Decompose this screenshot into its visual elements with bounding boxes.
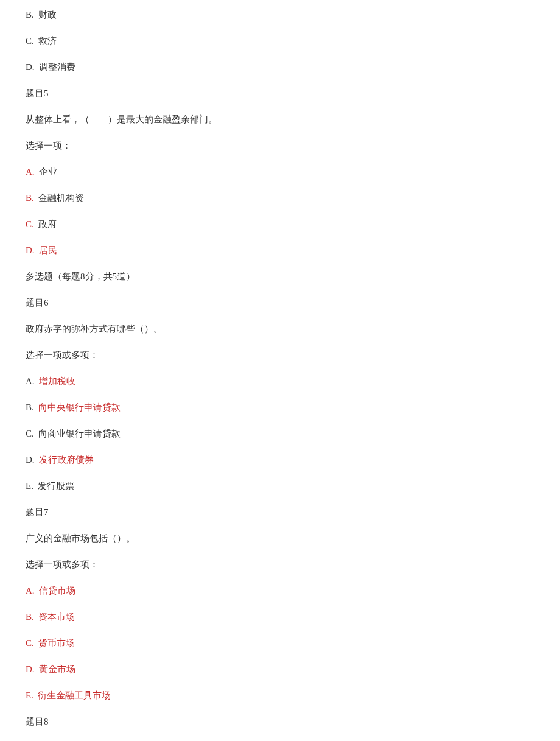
option-line: B. 金融机构资 (26, 192, 534, 205)
option-letter: D. (26, 62, 35, 72)
option-letter: B. (26, 10, 34, 19)
option-line: C. 向商业银行申请贷款 (26, 427, 534, 440)
option-text: 资本市场 (38, 612, 75, 622)
option-letter: A. (26, 167, 35, 177)
option-letter: C. (26, 429, 34, 438)
option-text: 金融机构资 (38, 193, 84, 203)
question-prompt: 选择一项： (26, 139, 534, 152)
question-prompt: 选择一项或多项： (26, 558, 534, 571)
option-letter: E. (26, 690, 33, 700)
option-letter: C. (26, 638, 34, 648)
option-line: D. 居民 (26, 244, 534, 257)
option-letter: A. (26, 376, 35, 386)
option-text: 发行股票 (38, 481, 74, 491)
option-line: C. 政府 (26, 218, 534, 231)
section-header: 多选题（每题8分，共5道） (26, 270, 534, 283)
option-line: A. 企业 (26, 166, 534, 178)
question-stem: 从整体上看，（ ）是最大的金融盈余部门。 (26, 113, 534, 126)
option-line: B. 向中央银行申请贷款 (26, 401, 534, 414)
option-line: D. 黄金市场 (26, 663, 534, 676)
option-text: 发行政府债券 (39, 455, 94, 465)
option-line: B. 财政 (26, 9, 534, 21)
question-prompt: 选择一项或多项： (26, 349, 534, 362)
option-text: 政府 (38, 219, 57, 229)
option-letter: E. (26, 481, 33, 491)
option-letter: D. (26, 455, 35, 465)
option-letter: D. (26, 664, 35, 674)
option-text: 衍生金融工具市场 (38, 690, 111, 700)
option-text: 增加税收 (39, 376, 75, 386)
option-text: 向商业银行申请贷款 (38, 429, 121, 438)
option-letter: B. (26, 193, 34, 203)
option-text: 财政 (38, 10, 57, 19)
option-letter: C. (26, 36, 34, 46)
option-text: 调整消费 (39, 62, 75, 72)
option-letter: A. (26, 586, 35, 595)
option-letter: B. (26, 612, 34, 622)
option-line: D. 发行政府债券 (26, 454, 534, 466)
option-letter: B. (26, 402, 34, 412)
option-line: B. 资本市场 (26, 611, 534, 623)
option-text: 居民 (39, 245, 57, 255)
question-title: 题目7 (26, 506, 534, 519)
option-letter: D. (26, 245, 35, 255)
option-line: C. 救济 (26, 35, 534, 47)
option-letter: C. (26, 219, 34, 229)
option-text: 信贷市场 (39, 586, 75, 595)
question-stem: 政府赤字的弥补方式有哪些（）。 (26, 323, 534, 335)
option-text: 黄金市场 (39, 664, 75, 674)
option-text: 向中央银行申请贷款 (38, 402, 121, 412)
question-stem: 广义的金融市场包括（）。 (26, 532, 534, 545)
option-line: E. 衍生金融工具市场 (26, 689, 534, 702)
option-line: A. 信贷市场 (26, 585, 534, 597)
question-title: 题目6 (26, 297, 534, 309)
option-line: D. 调整消费 (26, 61, 534, 74)
question-title: 题目8 (26, 715, 534, 728)
option-line: E. 发行股票 (26, 480, 534, 493)
question-title: 题目5 (26, 87, 534, 100)
option-line: A. 增加税收 (26, 375, 534, 388)
option-text: 救济 (38, 36, 57, 46)
option-text: 货币市场 (38, 638, 75, 648)
option-text: 企业 (39, 167, 57, 177)
option-line: C. 货币市场 (26, 637, 534, 650)
